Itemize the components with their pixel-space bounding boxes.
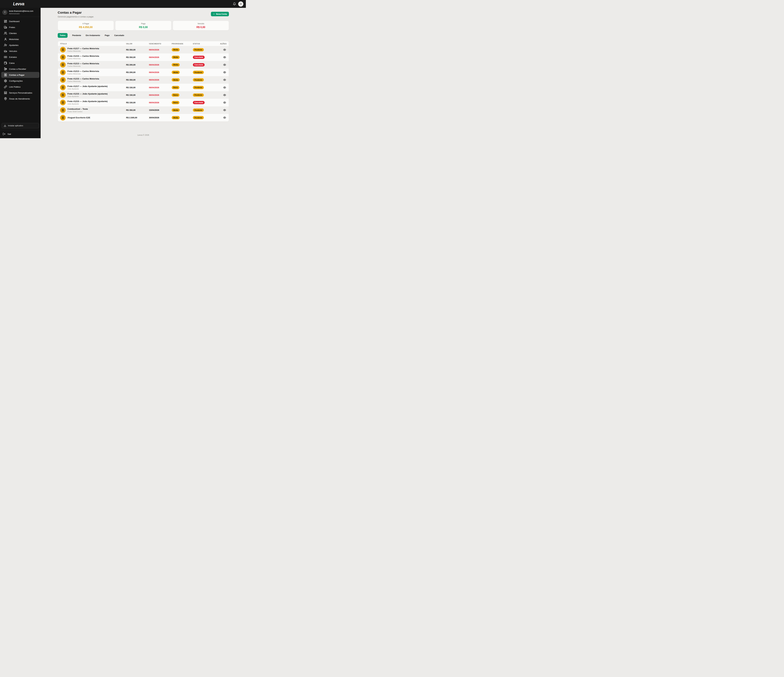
row-title: Frete #1215 — João Ajudante (ajudante)	[67, 93, 107, 95]
sidebar-item[interactable]: Fretes	[1, 24, 39, 30]
title-cell: Frete #1213 — Carlos Motorista Carlos Mo…	[60, 62, 126, 68]
filter-tab[interactable]: Cancelado	[114, 34, 124, 37]
download-icon	[4, 124, 6, 127]
filter-tab[interactable]: Todos	[58, 33, 68, 38]
due-date-cell: 06/04/2026	[149, 94, 172, 96]
priority-badge: Baixa	[172, 101, 179, 104]
bell-icon[interactable]	[233, 2, 236, 6]
table-row[interactable]: Frete #1215 — Carlos Motorista Carlos Mo…	[58, 76, 229, 84]
sidebar-item-label: Motoristas	[9, 38, 19, 40]
row-avatar	[60, 107, 66, 113]
gear-icon	[4, 79, 7, 82]
sidebar-item[interactable]: Contas a Receber	[1, 66, 39, 72]
sidebar-item[interactable]: Ajudantes	[1, 42, 39, 48]
sidebar-item[interactable]: Contas a Pagar	[1, 72, 39, 78]
car-icon	[4, 50, 7, 53]
view-button[interactable]	[223, 48, 226, 51]
table-row[interactable]: Frete #1215 — João Ajudante (ajudante) J…	[58, 91, 229, 99]
actions-cell	[219, 86, 227, 89]
accounts-table: Título Valor Vencimento Prioridade Statu…	[58, 41, 229, 122]
sidebar-item[interactable]: Motoristas	[1, 36, 39, 42]
table-row[interactable]: Frete #1213 — Carlos Motorista Carlos Mo…	[58, 68, 229, 76]
actions-cell	[219, 109, 227, 112]
truck-icon	[4, 26, 7, 29]
eye-icon	[223, 48, 226, 51]
view-button[interactable]	[223, 86, 226, 89]
due-date-cell: 06/04/2026	[149, 86, 172, 89]
table-row[interactable]: Frete #1217 — João Ajudante (ajudante) J…	[58, 84, 229, 91]
view-button[interactable]	[223, 56, 226, 59]
status-badge: Pendente	[193, 71, 204, 74]
view-button[interactable]	[223, 109, 226, 112]
table-row[interactable]: Frete #1217 — Carlos Motorista Carlos Mo…	[58, 46, 229, 53]
view-button[interactable]	[223, 78, 226, 81]
sidebar-item[interactable]: Link Público	[1, 84, 39, 90]
status-badge: Pendente	[193, 116, 204, 119]
filter-tab[interactable]: Em Andamento	[86, 34, 100, 37]
sidebar-item-label: Extratos	[9, 56, 17, 58]
sidebar-item[interactable]: Áreas de Atendimento	[1, 96, 39, 102]
users-icon	[4, 32, 7, 35]
due-date-cell: 06/04/2026	[149, 101, 172, 104]
view-button[interactable]	[223, 116, 226, 119]
view-button[interactable]	[223, 71, 226, 74]
row-avatar	[60, 70, 66, 75]
priority-badge: Média	[172, 116, 180, 119]
row-subtitle: Carlos Motorista	[67, 50, 99, 52]
row-subtitle: Posto Shell Centro	[67, 111, 88, 113]
install-app-button[interactable]: Instalar aplicativo	[2, 123, 39, 128]
view-button[interactable]	[223, 101, 226, 104]
sidebar-item[interactable]: Dashboard	[1, 18, 39, 24]
value-cell: R$ 150,00	[126, 86, 149, 89]
summary-cards: A Pagar R$ 4.050,00 Pago R$ 0,00 Vencido…	[58, 21, 229, 30]
table-row[interactable]: Aluguel Escritorio E2E R$ 2.500,00 30/04…	[58, 114, 229, 121]
priority-badge: Baixa	[172, 86, 179, 89]
actions-cell	[219, 116, 227, 119]
theme-toggle-button[interactable]	[238, 2, 243, 6]
title-cell: Frete #1217 — João Ajudante (ajudante) J…	[60, 85, 126, 90]
logout-button[interactable]: Sair	[3, 133, 38, 135]
filter-tab[interactable]: Pago	[105, 34, 110, 37]
column-header-acoes: Ações	[219, 43, 227, 45]
sidebar-item[interactable]: Serviços Personalizados	[1, 90, 39, 96]
sidebar-item[interactable]: Configurações	[1, 78, 39, 84]
table-row[interactable]: Combustível – Teste Posto Shell Centro R…	[58, 106, 229, 114]
priority-cell: Média	[172, 48, 193, 51]
filter-tab[interactable]: Pendente	[72, 34, 81, 37]
table-row[interactable]: Frete #1213 — Carlos Motorista Carlos Mo…	[58, 61, 229, 68]
sidebar-item-label: Clientes	[9, 32, 17, 34]
sidebar-item[interactable]: Veículos	[1, 48, 39, 54]
value-cell: R$ 150,00	[126, 94, 149, 96]
sidebar-nav: Dashboard Fretes Clientes Motoristas Aju…	[0, 17, 40, 123]
dashboard-icon	[4, 20, 7, 23]
view-button[interactable]	[223, 63, 226, 66]
row-title: Frete #1215 — Carlos Motorista	[67, 55, 99, 57]
banknote-icon	[4, 56, 7, 59]
panels-icon	[4, 91, 7, 94]
column-header-vencimento: Vencimento	[149, 43, 172, 45]
user-icon	[4, 37, 7, 41]
status-badge: Cancelada	[193, 56, 205, 59]
priority-cell: Média	[172, 56, 193, 59]
new-account-button[interactable]: Nova Conta	[211, 12, 229, 16]
page-header: Contas a Pagar Gerencie pagamentos e con…	[58, 11, 229, 18]
table-row[interactable]: Frete #1215 — Carlos Motorista Carlos Mo…	[58, 53, 229, 61]
sidebar-footer: Sair	[0, 130, 40, 138]
sidebar-item[interactable]: Clientes	[1, 30, 39, 36]
topbar: Levva	[0, 0, 246, 8]
title-cell: Combustível – Teste Posto Shell Centro	[60, 107, 126, 113]
value-cell: R$ 350,00	[126, 109, 149, 111]
user-plus-icon	[4, 43, 7, 47]
priority-cell: Média	[172, 116, 193, 119]
view-button[interactable]	[223, 93, 226, 96]
row-subtitle: João Ajudante	[67, 95, 107, 97]
sidebar-item[interactable]: Caixa	[1, 60, 39, 66]
table-row[interactable]: Frete #1215 — João Ajudante (ajudante) J…	[58, 99, 229, 106]
value-cell: R$ 350,00	[126, 48, 149, 51]
receipt-icon	[61, 56, 64, 59]
actions-cell	[219, 48, 227, 51]
priority-cell: Média	[172, 63, 193, 67]
eye-icon	[223, 63, 226, 66]
sidebar-item[interactable]: Extratos	[1, 54, 39, 60]
plus-icon	[213, 13, 215, 15]
